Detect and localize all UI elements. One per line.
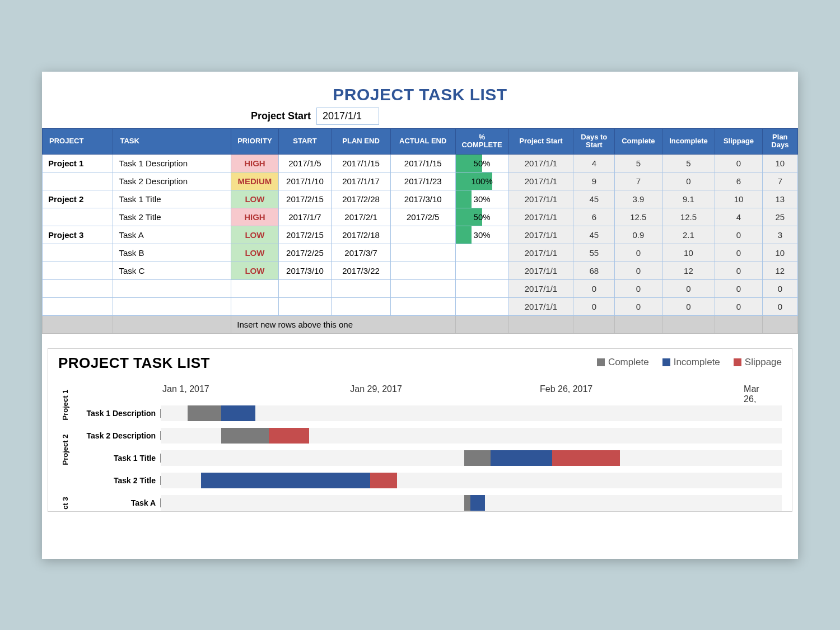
cell[interactable] [43, 298, 113, 316]
cell[interactable]: 0 [762, 298, 797, 316]
cell[interactable]: 0 [573, 298, 615, 316]
col-header[interactable]: PROJECT [43, 128, 113, 155]
cell[interactable]: LOW [231, 226, 278, 244]
cell[interactable]: 0 [662, 298, 715, 316]
footer-cell[interactable] [615, 316, 662, 334]
col-header[interactable]: Plan Days [762, 128, 797, 155]
footer-cell[interactable] [508, 316, 573, 334]
cell[interactable] [390, 280, 455, 298]
cell[interactable]: 2017/3/10 [278, 262, 332, 280]
cell[interactable] [390, 262, 455, 280]
col-header[interactable]: Days to Start [573, 128, 615, 155]
footer-cell[interactable] [455, 316, 508, 334]
cell[interactable]: 2017/2/18 [332, 226, 390, 244]
cell[interactable]: 3 [762, 226, 797, 244]
pct-cell[interactable]: 50% [455, 208, 508, 226]
footer-cell[interactable]: Insert new rows above this one [231, 316, 455, 334]
footer-cell[interactable] [762, 316, 797, 334]
cell[interactable] [43, 262, 113, 280]
cell[interactable]: 0 [573, 280, 615, 298]
cell[interactable]: 0 [715, 244, 762, 262]
cell[interactable] [43, 244, 113, 262]
pct-cell[interactable] [455, 262, 508, 280]
cell[interactable] [113, 298, 231, 316]
cell[interactable]: 2017/2/1 [332, 208, 390, 226]
cell[interactable] [332, 280, 390, 298]
cell[interactable]: 3.9 [615, 190, 662, 208]
cell[interactable]: 5 [615, 155, 662, 172]
cell[interactable]: 45 [573, 226, 615, 244]
cell[interactable]: 5 [662, 155, 715, 172]
cell[interactable]: 2.1 [662, 226, 715, 244]
pct-cell[interactable] [455, 244, 508, 262]
cell[interactable]: 2017/1/1 [508, 262, 573, 280]
cell[interactable]: 2017/1/23 [390, 172, 455, 190]
cell[interactable]: 68 [573, 262, 615, 280]
cell[interactable]: 12.5 [615, 208, 662, 226]
cell[interactable]: 0 [615, 262, 662, 280]
cell[interactable]: 12 [762, 262, 797, 280]
cell[interactable]: 10 [715, 190, 762, 208]
cell[interactable]: 2017/2/15 [278, 226, 332, 244]
cell[interactable]: 0.9 [615, 226, 662, 244]
pct-cell[interactable]: 50% [455, 155, 508, 172]
col-header[interactable]: ACTUAL END [390, 128, 455, 155]
cell[interactable] [43, 208, 113, 226]
cell[interactable]: 2017/3/7 [332, 244, 390, 262]
cell[interactable]: Task A [113, 226, 231, 244]
cell[interactable]: 2017/1/15 [390, 155, 455, 172]
cell[interactable] [278, 298, 332, 316]
cell[interactable]: 0 [715, 262, 762, 280]
col-header[interactable]: % COMPLETE [455, 128, 508, 155]
cell[interactable]: 6 [573, 208, 615, 226]
cell[interactable] [231, 298, 278, 316]
cell[interactable]: 0 [715, 298, 762, 316]
cell[interactable]: 10 [662, 244, 715, 262]
footer-cell[interactable] [573, 316, 615, 334]
col-header[interactable]: TASK [113, 128, 231, 155]
cell[interactable]: 2017/2/25 [278, 244, 332, 262]
cell[interactable]: Project 3 [43, 226, 113, 244]
cell[interactable]: 2017/2/15 [278, 190, 332, 208]
col-header[interactable]: Complete [615, 128, 662, 155]
cell[interactable] [231, 280, 278, 298]
cell[interactable]: 0 [715, 280, 762, 298]
cell[interactable]: HIGH [231, 208, 278, 226]
pct-cell[interactable]: 30% [455, 226, 508, 244]
cell[interactable]: 12.5 [662, 208, 715, 226]
cell[interactable]: 2017/1/17 [332, 172, 390, 190]
cell[interactable] [278, 280, 332, 298]
cell[interactable]: HIGH [231, 155, 278, 172]
cell[interactable]: LOW [231, 262, 278, 280]
cell[interactable]: 2017/1/1 [508, 280, 573, 298]
cell[interactable]: 55 [573, 244, 615, 262]
cell[interactable]: MEDIUM [231, 172, 278, 190]
cell[interactable]: 10 [762, 155, 797, 172]
cell[interactable]: 2017/1/7 [278, 208, 332, 226]
cell[interactable]: Task B [113, 244, 231, 262]
cell[interactable]: Task 1 Description [113, 155, 231, 172]
cell[interactable]: 9 [573, 172, 615, 190]
cell[interactable]: 0 [715, 155, 762, 172]
cell[interactable]: 2017/3/22 [332, 262, 390, 280]
cell[interactable]: LOW [231, 190, 278, 208]
cell[interactable]: 7 [615, 172, 662, 190]
cell[interactable] [113, 280, 231, 298]
cell[interactable]: 2017/1/1 [508, 226, 573, 244]
cell[interactable]: 4 [715, 208, 762, 226]
col-header[interactable]: START [278, 128, 332, 155]
col-header[interactable]: PRIORITY [231, 128, 278, 155]
cell[interactable]: 9.1 [662, 190, 715, 208]
footer-cell[interactable] [715, 316, 762, 334]
cell[interactable]: LOW [231, 244, 278, 262]
cell[interactable]: 45 [573, 190, 615, 208]
pct-cell[interactable] [455, 280, 508, 298]
cell[interactable] [390, 244, 455, 262]
cell[interactable]: Task 1 Title [113, 190, 231, 208]
cell[interactable]: 2017/1/1 [508, 244, 573, 262]
pct-cell[interactable] [455, 298, 508, 316]
cell[interactable]: Task 2 Description [113, 172, 231, 190]
cell[interactable]: 0 [662, 172, 715, 190]
footer-cell[interactable] [43, 316, 113, 334]
pct-cell[interactable]: 30% [455, 190, 508, 208]
